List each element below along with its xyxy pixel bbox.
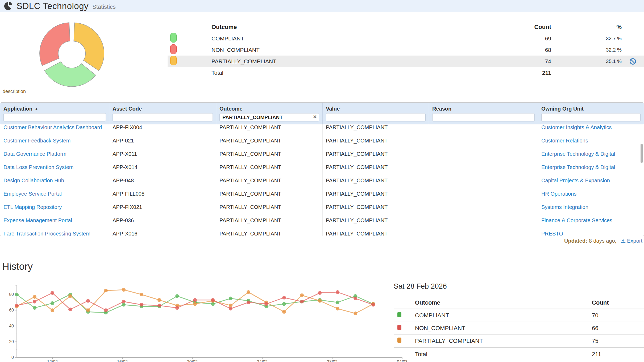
chart-point-non_compliant[interactable] (264, 302, 268, 306)
outcome-cell: PARTIALLY_COMPLIANT (216, 214, 323, 227)
column-header-application[interactable]: Application ▲ (3, 104, 106, 113)
summary-row-non_compliant[interactable]: NON_COMPLIANT6832.2 % (168, 44, 644, 56)
value-filter-input[interactable] (326, 113, 426, 121)
column-header-owning-org-unit[interactable]: Owning Org Unit (541, 104, 641, 113)
chart-point-partially_compliant[interactable] (33, 295, 36, 299)
table-row: Data Governance PlatformAPP-X011PARTIALL… (0, 147, 644, 161)
column-application: Application ▲ (0, 103, 109, 124)
column-header-reason[interactable]: Reason (432, 104, 535, 113)
chart-point-non_compliant[interactable] (354, 297, 357, 300)
chart-point-non_compliant[interactable] (175, 306, 179, 310)
owning-org-unit-link[interactable]: Capital Projects & Expansion (541, 178, 610, 184)
owning-org-unit-link[interactable]: Enterprise Technology & Digital (541, 164, 615, 170)
chart-point-non_compliant[interactable] (193, 298, 197, 302)
vertical-scrollbar-thumb[interactable] (641, 144, 643, 163)
chart-point-compliant[interactable] (51, 301, 54, 305)
chart-point-non_compliant[interactable] (33, 300, 36, 304)
summary-row-partially_compliant[interactable]: PARTIALLY_COMPLIANT7435.1 % (168, 56, 644, 67)
history-tooltip-panel: Sat 28 Feb 2026 Outcome Count COMPLIANT7… (394, 282, 644, 361)
application-link[interactable]: Data Loss Prevention System (3, 164, 73, 170)
chart-point-non_compliant[interactable] (318, 291, 322, 295)
blocked-icon[interactable] (629, 58, 636, 65)
tooltip-col-count: Count (592, 299, 644, 306)
value-cell: PARTIALLY_COMPLIANT (323, 161, 429, 174)
application-link[interactable]: Employee Service Portal (3, 191, 62, 197)
chart-point-compliant[interactable] (282, 302, 286, 306)
application-link[interactable]: Customer Feedback System (3, 138, 70, 144)
chart-point-partially_compliant[interactable] (193, 302, 197, 306)
owning-org-unit-link[interactable]: Finance & Corporate Services (541, 217, 612, 224)
chart-point-non_compliant[interactable] (15, 304, 19, 307)
owning-org-unit-link[interactable]: Enterprise Technology & Digital (541, 151, 615, 157)
chart-point-compliant[interactable] (336, 301, 339, 304)
application-link[interactable]: Fare Transaction Processing System (3, 231, 90, 236)
chart-point-non_compliant[interactable] (86, 299, 90, 303)
tooltip-outcome: PARTIALLY_COMPLIANT (415, 338, 592, 344)
chart-point-non_compliant[interactable] (336, 290, 339, 294)
chart-point-compliant[interactable] (33, 306, 36, 310)
owning-org-unit-link[interactable]: HR Operations (541, 191, 576, 197)
chart-point-partially_compliant[interactable] (247, 290, 250, 294)
sort-asc-icon[interactable]: ▲ (35, 107, 38, 111)
summary-pct: 35.1 % (551, 58, 622, 64)
chart-point-non_compliant[interactable] (282, 296, 286, 300)
chart-point-partially_compliant[interactable] (282, 310, 286, 314)
chart-point-non_compliant[interactable] (300, 300, 304, 304)
compliance-table: Application ▲ Asset Code Outcome ✕ (0, 102, 644, 236)
chart-point-non_compliant[interactable] (68, 308, 72, 311)
column-header-outcome[interactable]: Outcome (219, 104, 319, 113)
export-link[interactable]: Export (621, 238, 642, 244)
chart-point-compliant[interactable] (175, 294, 179, 298)
chart-point-partially_compliant[interactable] (68, 294, 72, 298)
chart-point-non_compliant[interactable] (247, 301, 250, 304)
donut-slice-compliant[interactable] (44, 62, 96, 87)
column-header-value[interactable]: Value (326, 104, 426, 113)
chart-point-partially_compliant[interactable] (354, 312, 357, 315)
chart-point-partially_compliant[interactable] (300, 293, 304, 297)
reason-filter-input[interactable] (432, 113, 535, 121)
application-link[interactable]: ETL Mapping Repository (3, 204, 62, 210)
chart-point-non_compliant[interactable] (51, 291, 54, 295)
chart-point-non_compliant[interactable] (371, 303, 375, 307)
owning-org-unit-link[interactable]: Systems Integration (541, 204, 588, 210)
application-link[interactable]: Design Collaboration Hub (3, 178, 64, 184)
chart-point-partially_compliant[interactable] (140, 293, 143, 296)
chart-point-partially_compliant[interactable] (122, 288, 126, 292)
donut-slice-non_compliant[interactable] (40, 23, 70, 66)
summary-header-row: Outcome Count % (168, 21, 644, 33)
application-link[interactable]: Data Governance Platform (3, 151, 67, 157)
chart-point-non_compliant[interactable] (211, 298, 215, 302)
chart-point-non_compliant[interactable] (140, 303, 143, 307)
legend-swatch (170, 44, 177, 54)
donut-slice-partially_compliant[interactable] (74, 23, 104, 71)
application-link[interactable]: Customer Behaviour Analytics Dashboard (3, 124, 102, 131)
column-header-asset-code[interactable]: Asset Code (113, 104, 213, 113)
tooltip-count: 66 (592, 325, 644, 332)
summary-row-compliant[interactable]: COMPLIANT6932.7 % (168, 33, 644, 44)
tooltip-total-label: Total (415, 351, 592, 358)
chart-point-non_compliant[interactable] (122, 300, 126, 304)
chart-point-partially_compliant[interactable] (318, 299, 322, 303)
chart-point-compliant[interactable] (229, 297, 232, 300)
outcome-filter-input[interactable] (219, 113, 319, 121)
description-label: description (3, 89, 26, 94)
chart-point-partially_compliant[interactable] (104, 289, 108, 292)
owning-org-unit-filter-input[interactable] (541, 113, 641, 121)
clear-filter-icon[interactable]: ✕ (313, 114, 317, 120)
chart-point-non_compliant[interactable] (104, 308, 108, 312)
chart-point-non_compliant[interactable] (229, 307, 232, 310)
application-link[interactable]: Expense Management Portal (3, 217, 72, 224)
chart-point-partially_compliant[interactable] (51, 308, 54, 312)
chart-point-partially_compliant[interactable] (157, 298, 161, 302)
chart-point-non_compliant[interactable] (157, 304, 161, 307)
application-filter-input[interactable] (3, 113, 106, 121)
asset-code-filter-input[interactable] (113, 113, 213, 121)
owning-org-unit-link[interactable]: Customer Insights & Analytics (541, 124, 612, 131)
chart-point-partially_compliant[interactable] (336, 307, 339, 310)
value-cell: PARTIALLY_COMPLIANT (323, 174, 429, 187)
owning-org-unit-link[interactable]: Customer Relations (541, 138, 588, 144)
summary-total-row: Total 211 (168, 67, 644, 79)
chart-point-compliant[interactable] (15, 293, 19, 296)
owning-org-unit-link[interactable]: PRESTO (541, 231, 563, 236)
chart-point-partially_compliant[interactable] (86, 308, 90, 312)
